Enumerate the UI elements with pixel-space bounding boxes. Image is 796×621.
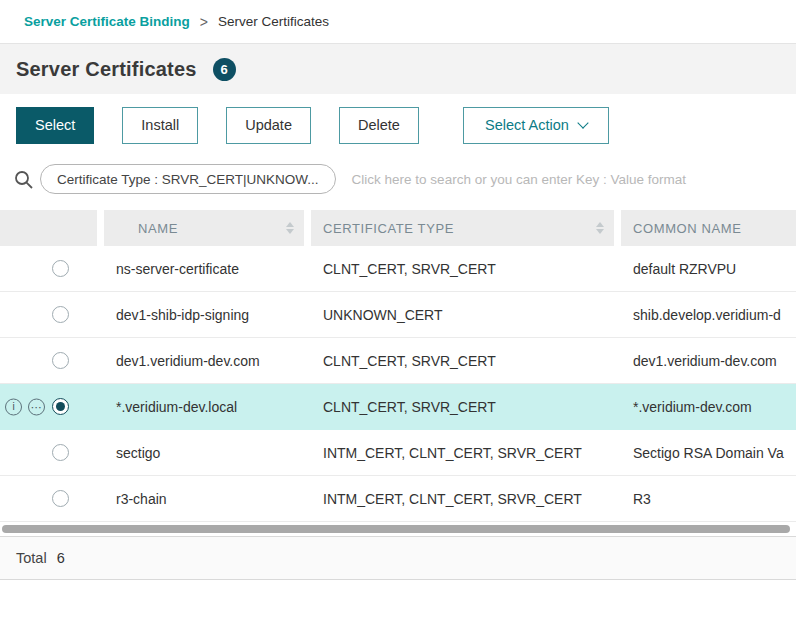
breadcrumb-parent-link[interactable]: Server Certificate Binding (24, 14, 190, 29)
footer: Total 6 (0, 536, 796, 580)
toolbar: Select Install Update Delete Select Acti… (0, 94, 796, 156)
install-button[interactable]: Install (122, 107, 198, 144)
update-button[interactable]: Update (226, 107, 311, 144)
cell-name: dev1-shib-idp-signing (104, 292, 304, 337)
select-action-label: Select Action (485, 117, 569, 133)
row-action-icons: i ⋯ (5, 398, 45, 415)
sort-name-icon[interactable] (286, 222, 294, 234)
horizontal-scrollbar[interactable] (0, 522, 796, 536)
delete-button[interactable]: Delete (339, 107, 419, 144)
total-label: Total (16, 550, 47, 566)
cell-certificate-type: INTM_CERT, CLNT_CERT, SRVR_CERT (311, 476, 614, 521)
cell-common-name: R3 (621, 476, 796, 521)
horizontal-scrollbar-thumb[interactable] (2, 525, 790, 533)
select-button[interactable]: Select (16, 107, 94, 144)
row-select-cell: i ⋯ (0, 384, 97, 429)
table-body: ns-server-certificate CLNT_CERT, SRVR_CE… (0, 246, 796, 522)
header-common-name-label: COMMON NAME (633, 221, 741, 236)
sort-certificate-type-icon[interactable] (596, 222, 604, 234)
select-action-dropdown[interactable]: Select Action (463, 107, 609, 144)
cell-name: *.veridium-dev.local (104, 384, 304, 429)
count-badge: 6 (213, 58, 236, 81)
cell-name: ns-server-certificate (104, 246, 304, 291)
cell-certificate-type: UNKNOWN_CERT (311, 292, 614, 337)
cell-certificate-type: CLNT_CERT, SRVR_CERT (311, 246, 614, 291)
header-certificate-type[interactable]: CERTIFICATE TYPE (311, 210, 614, 246)
row-select-cell (0, 292, 97, 337)
breadcrumb-current: Server Certificates (218, 14, 329, 29)
table-header: NAME CERTIFICATE TYPE COMMON NAME (0, 210, 796, 246)
cell-common-name: shib.develop.veridium-d (621, 292, 796, 337)
row-radio[interactable] (52, 306, 69, 323)
cell-common-name: *.veridium-dev.com (621, 384, 796, 429)
table-row[interactable]: i ⋯ *.veridium-dev.local CLNT_CERT, SRVR… (0, 384, 796, 430)
cell-common-name: Sectigo RSA Domain Va (621, 430, 796, 475)
row-radio[interactable] (52, 352, 69, 369)
breadcrumb-separator-icon: > (200, 14, 208, 30)
info-icon[interactable]: i (5, 398, 22, 415)
cell-common-name: default RZRVPU (621, 246, 796, 291)
cell-common-name: dev1.veridium-dev.com (621, 338, 796, 383)
row-select-cell (0, 338, 97, 383)
row-radio[interactable] (52, 490, 69, 507)
table-row[interactable]: r3-chain INTM_CERT, CLNT_CERT, SRVR_CERT… (0, 476, 796, 522)
header-common-name[interactable]: COMMON NAME (621, 210, 796, 246)
page-title: Server Certificates (16, 58, 197, 81)
header-certificate-type-label: CERTIFICATE TYPE (323, 221, 454, 236)
row-select-cell (0, 476, 97, 521)
title-strip: Server Certificates 6 (0, 44, 796, 94)
search-icon (10, 169, 36, 190)
cell-certificate-type: INTM_CERT, CLNT_CERT, SRVR_CERT (311, 430, 614, 475)
search-input[interactable]: Click here to search or you can enter Ke… (352, 172, 786, 187)
cell-certificate-type: CLNT_CERT, SRVR_CERT (311, 384, 614, 429)
row-radio[interactable] (52, 444, 69, 461)
cell-certificate-type: CLNT_CERT, SRVR_CERT (311, 338, 614, 383)
filter-chip-certificate-type[interactable]: Certificate Type : SRVR_CERT|UNKNOW... (40, 164, 336, 194)
row-radio[interactable] (52, 260, 69, 277)
chevron-down-icon (577, 117, 588, 128)
cell-name: sectigo (104, 430, 304, 475)
cell-name: dev1.veridium-dev.com (104, 338, 304, 383)
header-name[interactable]: NAME (104, 210, 304, 246)
table-row[interactable]: ns-server-certificate CLNT_CERT, SRVR_CE… (0, 246, 796, 292)
search-bar: Certificate Type : SRVR_CERT|UNKNOW... C… (0, 156, 796, 202)
cell-name: r3-chain (104, 476, 304, 521)
table-row[interactable]: sectigo INTM_CERT, CLNT_CERT, SRVR_CERT … (0, 430, 796, 476)
header-select-column (0, 210, 97, 246)
row-select-cell (0, 246, 97, 291)
header-name-label: NAME (138, 221, 178, 236)
row-radio[interactable] (52, 398, 69, 415)
table-row[interactable]: dev1-shib-idp-signing UNKNOWN_CERT shib.… (0, 292, 796, 338)
table-row[interactable]: dev1.veridium-dev.com CLNT_CERT, SRVR_CE… (0, 338, 796, 384)
total-value: 6 (57, 550, 65, 566)
row-select-cell (0, 430, 97, 475)
breadcrumb: Server Certificate Binding > Server Cert… (0, 0, 796, 44)
more-options-icon[interactable]: ⋯ (28, 398, 45, 415)
